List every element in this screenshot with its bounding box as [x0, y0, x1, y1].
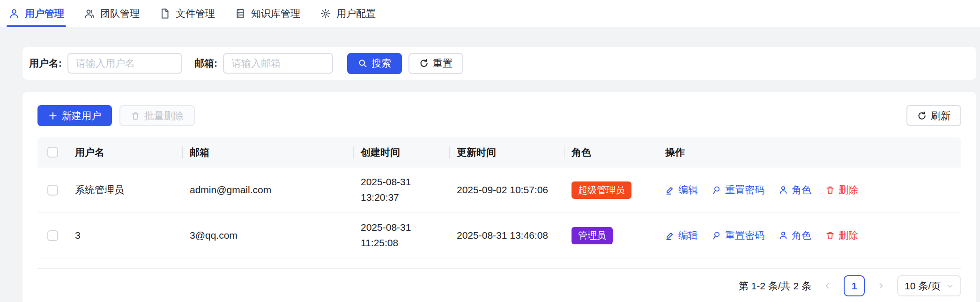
user-table-panel: 新建用户 批量删除 刷新 用户名 邮箱 创建时间 更新时间 [22, 92, 976, 302]
magnifier-icon [712, 231, 721, 240]
file-icon [159, 8, 171, 19]
reset-password-link[interactable]: 重置密码 [712, 229, 765, 242]
magnifier-icon [712, 185, 721, 195]
gear-icon [320, 8, 331, 19]
header-email: 邮箱 [182, 146, 353, 159]
user-icon [779, 185, 788, 195]
header-role: 角色 [564, 146, 658, 159]
tab-user-settings[interactable]: 用户配置 [318, 0, 378, 27]
role-link[interactable]: 角色 [779, 183, 811, 196]
tab-label: 用户管理 [25, 7, 64, 20]
cell-username: 系统管理员 [67, 183, 182, 196]
header-created-at: 创建时间 [353, 146, 449, 159]
table-bottom-border [37, 258, 961, 269]
search-filter-panel: 用户名: 邮箱: 搜索 重置 [22, 47, 976, 80]
cell-updated-at: 2025-09-02 10:57:06 [449, 184, 564, 196]
delete-link[interactable]: 删除 [825, 229, 858, 242]
row-checkbox[interactable] [47, 185, 58, 196]
cell-username: 3 [67, 230, 182, 241]
user-icon [779, 231, 788, 240]
next-page-button[interactable] [877, 282, 885, 290]
tab-label: 文件管理 [176, 7, 215, 20]
role-badge: 管理员 [572, 227, 613, 244]
batch-delete-button[interactable]: 批量删除 [119, 105, 195, 126]
reset-password-link[interactable]: 重置密码 [712, 183, 765, 196]
pencil-icon [665, 185, 675, 195]
edit-link[interactable]: 编辑 [665, 229, 698, 242]
refresh-icon [419, 59, 429, 68]
cell-email: admin@gmail.com [182, 184, 353, 196]
delete-link[interactable]: 删除 [825, 183, 858, 196]
header-username: 用户名 [67, 146, 182, 159]
magnifier-icon [358, 59, 367, 68]
search-button[interactable]: 搜索 [347, 53, 402, 74]
trash-icon [131, 111, 140, 121]
trash-icon [825, 185, 835, 195]
chevron-right-icon [877, 282, 885, 290]
tab-label: 团队管理 [100, 7, 140, 20]
cell-created-at: 2025-08-31 13:20:37 [353, 174, 449, 205]
cell-updated-at: 2025-08-31 13:46:08 [449, 230, 564, 241]
pagination: 第 1-2 条/共 2 条 1 10 条/页 [37, 275, 961, 302]
row-checkbox[interactable] [47, 230, 58, 241]
pagination-total: 第 1-2 条/共 2 条 [739, 279, 811, 293]
cell-email: 3@qq.com [182, 230, 353, 241]
tab-team-management[interactable]: 团队管理 [82, 0, 141, 27]
header-operations: 操作 [658, 146, 961, 159]
trash-icon [825, 231, 835, 240]
cell-operations: 编辑 重置密码 角色 [658, 229, 961, 242]
username-filter-label: 用户名: [29, 57, 62, 70]
reset-button[interactable]: 重置 [408, 53, 463, 74]
tab-knowledge-base-management[interactable]: 知识库管理 [233, 0, 302, 27]
user-icon [8, 8, 20, 19]
plus-icon [48, 111, 58, 121]
chevron-down-icon [946, 282, 954, 290]
tab-file-management[interactable]: 文件管理 [157, 0, 217, 27]
refresh-button[interactable]: 刷新 [906, 105, 961, 126]
page-number-button[interactable]: 1 [844, 275, 865, 296]
knowledge-base-icon [235, 8, 246, 19]
username-filter-input[interactable] [67, 53, 182, 74]
previous-page-button[interactable] [824, 282, 832, 290]
user-table: 用户名 邮箱 创建时间 更新时间 角色 操作 系统管理员 admin@gmail… [37, 137, 961, 269]
table-toolbar: 新建用户 批量删除 刷新 [37, 105, 961, 126]
email-filter-label: 邮箱: [194, 57, 217, 70]
table-row: 系统管理员 admin@gmail.com 2025-08-31 13:20:3… [37, 167, 961, 213]
cell-role: 超级管理员 [564, 181, 658, 199]
role-badge: 超级管理员 [572, 181, 631, 199]
table-header-row: 用户名 邮箱 创建时间 更新时间 角色 操作 [37, 137, 961, 167]
top-tab-bar: 用户管理 团队管理 文件管理 知识库管理 用户配置 [0, 0, 980, 27]
table-row: 3 3@qq.com 2025-08-31 11:25:08 2025-08-3… [37, 213, 961, 258]
tab-label: 用户配置 [336, 7, 376, 20]
tab-user-management[interactable]: 用户管理 [7, 0, 66, 27]
create-user-button[interactable]: 新建用户 [37, 105, 112, 126]
email-filter-input[interactable] [223, 53, 333, 74]
cell-operations: 编辑 重置密码 角色 [658, 183, 961, 196]
role-link[interactable]: 角色 [779, 229, 811, 242]
cell-role: 管理员 [564, 227, 658, 244]
pencil-icon [665, 231, 675, 240]
refresh-icon [917, 111, 927, 121]
chevron-left-icon [824, 282, 832, 290]
team-icon [84, 8, 95, 19]
tab-label: 知识库管理 [251, 7, 300, 20]
cell-created-at: 2025-08-31 11:25:08 [353, 220, 449, 250]
select-all-checkbox[interactable] [47, 147, 58, 158]
header-updated-at: 更新时间 [449, 146, 564, 159]
edit-link[interactable]: 编辑 [665, 183, 698, 196]
page-size-select[interactable]: 10 条/页 [897, 275, 961, 296]
